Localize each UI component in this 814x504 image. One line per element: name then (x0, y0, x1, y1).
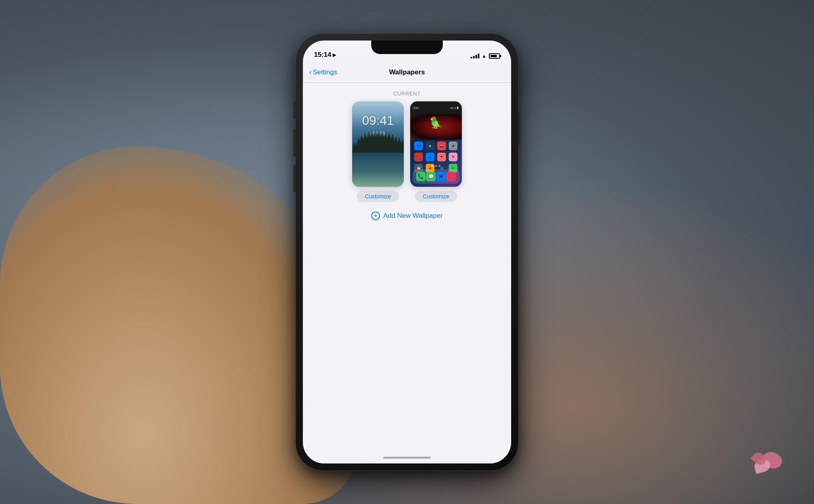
back-button[interactable]: ‹ Settings (309, 68, 337, 76)
volume-down-button (293, 165, 296, 192)
home-screen-customize-button[interactable]: Customize (415, 191, 457, 202)
depth-effect-icon: D (376, 136, 380, 142)
page-dots (432, 165, 441, 167)
home-screen-thumb[interactable]: 9:41 ●●● ▲ ▊ TV (410, 101, 462, 187)
add-wallpaper-row[interactable]: + Add New Wallpaper (303, 202, 511, 230)
mute-button (293, 101, 296, 119)
lock-screen-thumb[interactable]: 09:41 D (352, 101, 404, 187)
phone: 15:14 ▶ ▲ (296, 33, 518, 471)
home-screen-wallpaper-item: 9:41 ●●● ▲ ▊ TV (410, 101, 462, 202)
power-button (518, 113, 521, 145)
home-wallpaper-image (410, 114, 462, 140)
wifi-icon: ▲ (482, 53, 486, 59)
app-icon-5: 🎵 (414, 153, 423, 161)
battery-icon (489, 53, 500, 59)
lock-screen-wallpaper-item: 09:41 D Customize (352, 101, 404, 202)
app-icon-2: ◼ (426, 142, 434, 150)
back-label[interactable]: Settings (313, 68, 337, 76)
battery-fill (490, 55, 497, 57)
add-wallpaper-label: Add New Wallpaper (383, 212, 443, 220)
home-indicator (383, 457, 431, 459)
home-status-bar: 9:41 ●●● ▲ ▊ (410, 101, 462, 114)
flowers (742, 440, 790, 472)
app-icon-4: ⚙ (449, 142, 457, 150)
dock-music-icon: 🎵 (446, 172, 456, 181)
signal-icon (471, 54, 479, 58)
notch (371, 41, 443, 54)
app-icon-1: TV (414, 142, 423, 150)
lock-screen-customize-button[interactable]: Customize (357, 191, 399, 202)
plus-icon: + (374, 213, 378, 219)
status-icons: ▲ (471, 53, 500, 59)
time-display: 15:14 (314, 51, 331, 59)
navigation-bar: ‹ Settings Wallpapers (303, 62, 511, 83)
wallpaper-pair: 09:41 D Customize 9:41 (303, 101, 511, 202)
phone-screen: 15:14 ▶ ▲ (303, 41, 511, 463)
app-icon-7: ❤ (437, 153, 446, 161)
dock-phone-icon: 📞 (416, 172, 426, 181)
add-circle-icon: + (371, 211, 380, 220)
back-chevron-icon: ‹ (309, 68, 312, 76)
page-title: Wallpapers (389, 68, 425, 76)
app-icon-8: 💗 (449, 153, 457, 161)
home-dock: 📞 💬 ✉ 🎵 (413, 169, 459, 184)
volume-up-button (293, 129, 296, 157)
dock-mail-icon: ✉ (436, 172, 446, 181)
section-label: CURRENT (303, 83, 511, 101)
home-time: 9:41 (413, 107, 419, 109)
lock-widget-icon: D (370, 131, 386, 147)
lock-time-display: 09:41 (362, 113, 394, 128)
phone-body: 15:14 ▶ ▲ (296, 33, 518, 471)
app-icon-6: A (426, 153, 434, 161)
app-icon-3: 📷 (437, 142, 446, 150)
content-area: CURRENT 09:41 D Customize (303, 83, 511, 463)
status-time: 15:14 ▶ (314, 51, 336, 59)
location-icon: ▶ (333, 52, 336, 58)
dock-messages-icon: 💬 (426, 172, 436, 181)
